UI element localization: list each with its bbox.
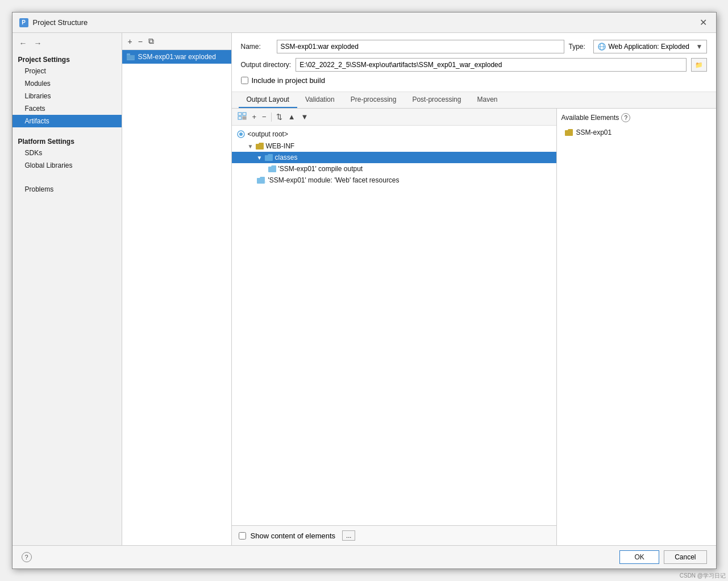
folder-blue-icon <box>265 154 273 161</box>
tree-chevron-classes: ▼ <box>257 155 263 161</box>
output-tree-remove-btn[interactable]: − <box>260 111 269 122</box>
output-tree-down-btn[interactable]: ▼ <box>299 111 311 122</box>
browse-button[interactable]: 📁 <box>691 58 707 72</box>
title-bar: P Project Structure ✕ <box>13 13 716 33</box>
output-layout-content: + − ⇅ ▲ ▼ <o <box>232 109 716 545</box>
tree-compile-output[interactable]: 'SSM-exp01' compile output <box>232 163 556 175</box>
artifact-list-item[interactable]: SSM-exp01:war exploded <box>122 50 231 64</box>
artifact-list-items: SSM-exp01:war exploded <box>122 50 231 545</box>
artifact-copy-button[interactable]: ⧉ <box>146 35 156 47</box>
output-dir-row: Output directory: 📁 <box>241 58 707 72</box>
sidebar-item-problems[interactable]: Problems <box>13 183 122 196</box>
artifact-add-button[interactable]: + <box>126 36 135 47</box>
ok-button[interactable]: OK <box>619 550 659 564</box>
artifact-remove-button[interactable]: − <box>136 36 145 47</box>
name-row: Name: Type: Web Application: Exploded ▼ <box>241 40 707 53</box>
project-settings-label: Project Settings <box>13 51 122 65</box>
output-tree-up-btn[interactable]: ▲ <box>286 111 298 122</box>
type-dropdown-arrow: ▼ <box>696 43 703 51</box>
watermark: CSDN @学习日记 <box>680 572 726 580</box>
output-tree-sort-btn[interactable]: ⇅ <box>274 111 285 122</box>
cancel-button[interactable]: Cancel <box>664 550 706 564</box>
dialog-body: ← → Project Settings Project Modules Lib… <box>13 33 716 545</box>
nav-forward-button[interactable]: → <box>32 38 44 49</box>
folder-blue-arrow-icon: ↗ <box>257 177 266 184</box>
svg-point-11 <box>239 132 243 136</box>
platform-settings-label: Platform Settings <box>13 133 122 147</box>
dialog-title: Project Structure <box>33 18 88 27</box>
available-folder-icon <box>565 129 573 136</box>
tab-maven[interactable]: Maven <box>469 92 505 108</box>
tree-classes[interactable]: ▼ classes <box>232 152 556 163</box>
footer-bar: ? OK Cancel <box>13 545 716 568</box>
sidebar-nav: ← → <box>13 35 122 51</box>
artifact-toolbar: + − ⧉ <box>122 33 231 50</box>
svg-rect-2 <box>127 55 135 60</box>
close-button[interactable]: ✕ <box>698 17 709 28</box>
sidebar-item-artifacts[interactable]: Artifacts <box>13 115 122 127</box>
type-value: Web Application: Exploded <box>609 43 690 51</box>
name-label: Name: <box>241 43 272 51</box>
type-label: Type: <box>569 43 589 51</box>
folder-blue-small-icon <box>268 165 276 172</box>
web-app-icon <box>597 42 606 51</box>
nav-back-button[interactable]: ← <box>17 38 30 49</box>
output-tree: <output root> ▼ WEB-INF <box>232 126 556 525</box>
show-content-label: Show content of elements <box>251 532 336 540</box>
layout-icon <box>238 112 247 120</box>
include-build-checkbox[interactable] <box>241 77 248 84</box>
available-panel: Available Elements ? SSM-exp01 <box>557 109 716 545</box>
app-icon: P <box>19 18 28 27</box>
show-content-row: Show content of elements ... <box>232 525 556 545</box>
output-dir-label: Output directory: <box>241 61 292 69</box>
more-options-button[interactable]: ... <box>342 530 355 541</box>
output-root-icon <box>236 130 246 139</box>
tab-pre-processing[interactable]: Pre-processing <box>343 92 405 108</box>
tree-web-inf[interactable]: ▼ WEB-INF <box>232 140 556 152</box>
svg-rect-6 <box>238 113 242 115</box>
sidebar-item-facets[interactable]: Facets <box>13 102 122 115</box>
include-build-label: Include in project build <box>252 76 325 85</box>
name-input[interactable] <box>277 40 564 53</box>
main-form: Name: Type: Web Application: Exploded ▼ <box>232 33 716 92</box>
toolbar-separator <box>271 113 272 122</box>
output-tree-panel: + − ⇅ ▲ ▼ <o <box>232 109 557 545</box>
available-label: Available Elements ? <box>561 113 712 122</box>
available-help-icon[interactable]: ? <box>621 113 630 122</box>
svg-text:↗: ↗ <box>265 179 266 184</box>
output-tree-add-btn[interactable]: + <box>250 111 259 122</box>
artifact-folder-icon <box>127 53 135 60</box>
show-content-checkbox[interactable] <box>239 532 246 540</box>
sidebar-item-sdks[interactable]: SDKs <box>13 147 122 159</box>
svg-rect-9 <box>243 117 246 119</box>
output-tree-layout-btn[interactable] <box>235 111 249 123</box>
sidebar-item-libraries[interactable]: Libraries <box>13 90 122 102</box>
output-dir-input[interactable] <box>296 58 686 72</box>
tree-chevron-web-inf: ▼ <box>248 143 253 150</box>
tab-validation[interactable]: Validation <box>297 92 343 108</box>
main-content: Name: Type: Web Application: Exploded ▼ <box>232 33 716 545</box>
tree-output-root[interactable]: <output root> <box>232 128 556 140</box>
tab-output-layout[interactable]: Output Layout <box>239 92 297 108</box>
project-structure-dialog: P Project Structure ✕ ← → Project Settin… <box>12 12 717 569</box>
tree-web-facet[interactable]: ↗ 'SSM-exp01' module: 'Web' facet resour… <box>232 175 556 186</box>
type-select[interactable]: Web Application: Exploded ▼ <box>593 40 707 53</box>
help-button[interactable]: ? <box>22 552 32 562</box>
sidebar-item-global-libraries[interactable]: Global Libraries <box>13 159 122 172</box>
tab-post-processing[interactable]: Post-processing <box>404 92 469 108</box>
include-checkbox-row: Include in project build <box>241 76 707 85</box>
folder-yellow-icon <box>256 143 264 150</box>
tabs-bar: Output Layout Validation Pre-processing … <box>232 92 716 109</box>
footer-buttons: OK Cancel <box>619 550 706 564</box>
output-tree-toolbar: + − ⇅ ▲ ▼ <box>232 109 556 126</box>
title-bar-left: P Project Structure <box>19 18 88 27</box>
sidebar-item-project[interactable]: Project <box>13 65 122 77</box>
svg-rect-7 <box>243 113 246 115</box>
artifact-list-panel: + − ⧉ SSM-exp01:war exploded <box>122 33 232 545</box>
available-item-ssm-exp01[interactable]: SSM-exp01 <box>561 127 712 138</box>
sidebar-item-modules[interactable]: Modules <box>13 77 122 90</box>
svg-rect-8 <box>238 117 242 119</box>
sidebar: ← → Project Settings Project Modules Lib… <box>13 33 122 545</box>
